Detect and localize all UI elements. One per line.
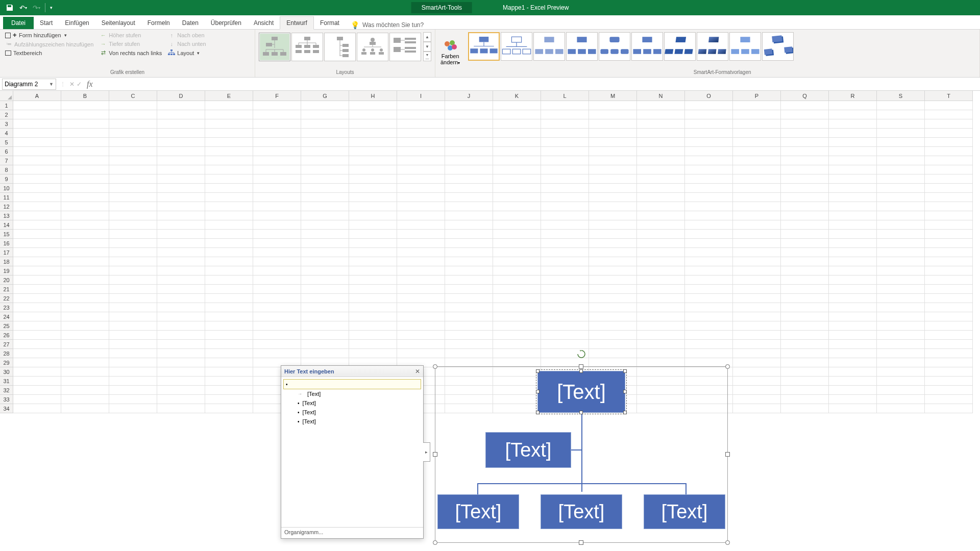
cell[interactable] <box>445 147 493 156</box>
cell[interactable] <box>589 202 637 211</box>
style-option-4[interactable] <box>566 32 598 61</box>
cell[interactable] <box>829 220 877 230</box>
cell[interactable] <box>109 285 157 294</box>
cell[interactable] <box>829 147 877 156</box>
cell[interactable] <box>829 202 877 211</box>
cell[interactable] <box>589 331 637 340</box>
cell[interactable] <box>781 321 829 331</box>
cell[interactable] <box>157 239 205 248</box>
cell[interactable] <box>877 349 925 358</box>
cell[interactable] <box>109 312 157 321</box>
cell[interactable] <box>541 202 589 211</box>
cell[interactable] <box>877 193 925 202</box>
column-header[interactable]: L <box>541 91 589 101</box>
row-header[interactable]: 5 <box>0 138 13 147</box>
cell[interactable] <box>541 119 589 129</box>
cell[interactable] <box>13 193 61 202</box>
cell[interactable] <box>685 312 733 321</box>
cell[interactable] <box>541 211 589 220</box>
style-option-2[interactable] <box>501 32 532 61</box>
cell[interactable] <box>925 321 973 331</box>
cell[interactable] <box>925 248 973 257</box>
cell[interactable] <box>925 358 973 367</box>
cell[interactable] <box>61 138 109 147</box>
cell[interactable] <box>781 174 829 184</box>
cell[interactable] <box>781 220 829 230</box>
cell[interactable] <box>61 358 109 367</box>
cell[interactable] <box>589 248 637 257</box>
cell[interactable] <box>781 129 829 138</box>
cell[interactable] <box>541 285 589 294</box>
cell[interactable] <box>733 257 781 266</box>
cell[interactable] <box>829 119 877 129</box>
cell[interactable] <box>349 321 397 331</box>
cell[interactable] <box>61 340 109 349</box>
cell[interactable] <box>877 285 925 294</box>
cell[interactable] <box>397 312 445 321</box>
cell[interactable] <box>733 129 781 138</box>
cell[interactable] <box>13 285 61 294</box>
layout-option-4[interactable] <box>357 33 388 61</box>
cell[interactable] <box>589 294 637 303</box>
cell[interactable] <box>925 211 973 220</box>
cell[interactable] <box>157 266 205 276</box>
cell[interactable] <box>541 276 589 285</box>
cell[interactable] <box>925 174 973 184</box>
cell[interactable] <box>397 119 445 129</box>
cell[interactable] <box>205 220 253 230</box>
cell[interactable] <box>109 119 157 129</box>
cell[interactable] <box>925 312 973 321</box>
cell[interactable] <box>157 211 205 220</box>
row-header[interactable]: 16 <box>0 239 13 248</box>
cell[interactable] <box>13 367 61 377</box>
cell[interactable] <box>925 220 973 230</box>
qat-customize-icon[interactable]: ▾ <box>45 3 54 12</box>
cell[interactable] <box>445 266 493 276</box>
cell[interactable] <box>61 165 109 174</box>
cell[interactable] <box>829 184 877 193</box>
resize-handle[interactable] <box>579 364 583 369</box>
cell[interactable] <box>397 349 445 358</box>
cell[interactable] <box>109 230 157 239</box>
cell[interactable] <box>589 165 637 174</box>
cell[interactable] <box>685 349 733 358</box>
cell[interactable] <box>925 239 973 248</box>
cell[interactable] <box>301 184 349 193</box>
cell[interactable] <box>205 377 253 386</box>
cell[interactable] <box>205 174 253 184</box>
cell[interactable] <box>109 110 157 119</box>
cell[interactable] <box>829 331 877 340</box>
cell[interactable] <box>445 349 493 358</box>
cell[interactable] <box>157 404 205 413</box>
row-header[interactable]: 29 <box>0 358 13 367</box>
tab-insert[interactable]: Einfügen <box>59 17 95 29</box>
column-header[interactable]: B <box>61 91 109 101</box>
cell[interactable] <box>781 184 829 193</box>
style-option-9[interactable] <box>729 32 761 61</box>
select-all-corner[interactable] <box>0 91 13 101</box>
cell[interactable] <box>253 276 301 285</box>
cell[interactable] <box>781 230 829 239</box>
cell[interactable] <box>541 340 589 349</box>
tab-review[interactable]: Überprüfen <box>205 17 248 29</box>
cell[interactable] <box>589 239 637 248</box>
cell[interactable] <box>733 110 781 119</box>
cell[interactable] <box>109 147 157 156</box>
fx-icon[interactable]: fx <box>84 80 96 89</box>
cell[interactable] <box>541 165 589 174</box>
cell[interactable] <box>925 395 973 404</box>
cell[interactable] <box>61 110 109 119</box>
cell[interactable] <box>589 303 637 312</box>
cell[interactable] <box>925 294 973 303</box>
cell[interactable] <box>829 211 877 220</box>
cell[interactable] <box>157 257 205 266</box>
cell[interactable] <box>301 119 349 129</box>
style-option-5[interactable] <box>599 32 630 61</box>
cell[interactable] <box>733 119 781 129</box>
cell[interactable] <box>877 377 925 386</box>
cell[interactable] <box>493 220 541 230</box>
cell[interactable] <box>589 312 637 321</box>
cell[interactable] <box>109 340 157 349</box>
cell[interactable] <box>925 110 973 119</box>
cell[interactable] <box>301 220 349 230</box>
